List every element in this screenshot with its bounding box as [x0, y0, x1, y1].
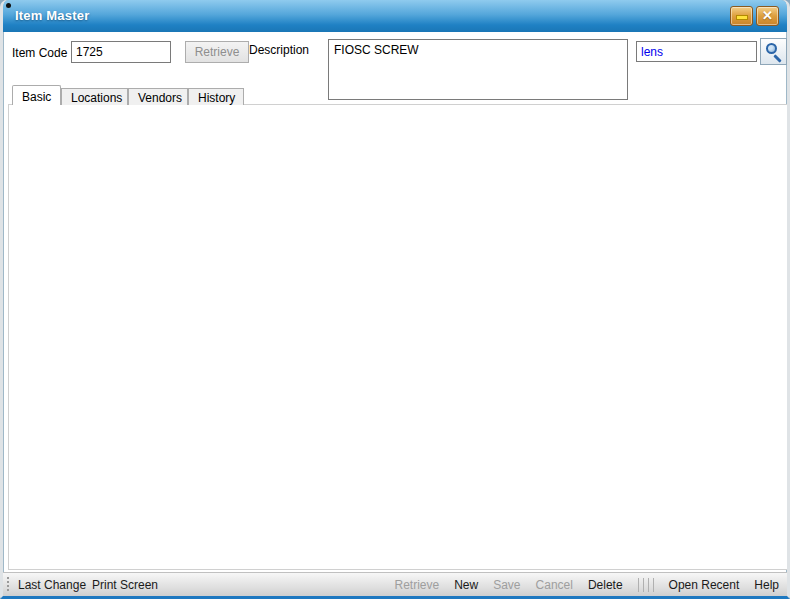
item-master-window: Item Master ✕ Item Code Retrieve Descrip… — [0, 0, 790, 599]
minimize-button[interactable] — [730, 6, 753, 26]
window-title: Item Master — [15, 8, 89, 23]
retrieve-action: Retrieve — [394, 578, 439, 592]
print-screen-button[interactable]: Print Screen — [92, 578, 158, 592]
title-bar: Item Master ✕ — [3, 0, 787, 32]
retrieve-button[interactable]: Retrieve — [185, 41, 249, 63]
tab-vendors[interactable]: Vendors — [128, 88, 188, 105]
minimize-icon — [736, 15, 748, 20]
tab-history[interactable]: History — [188, 88, 244, 105]
cancel-action: Cancel — [536, 578, 573, 592]
close-button[interactable]: ✕ — [756, 6, 779, 26]
search-button[interactable] — [760, 38, 787, 65]
search-input[interactable] — [636, 41, 757, 62]
delete-action[interactable]: Delete — [588, 578, 623, 592]
save-action: Save — [493, 578, 520, 592]
tab-locations[interactable]: Locations — [61, 88, 128, 105]
item-code-input[interactable] — [71, 41, 171, 63]
tab-basic[interactable]: Basic — [12, 85, 61, 105]
new-action[interactable]: New — [454, 578, 478, 592]
grip-handle-icon — [6, 576, 11, 593]
description-label: Description — [249, 43, 309, 57]
item-code-label: Item Code — [12, 46, 67, 60]
description-textarea[interactable]: FIOSC SCREW — [328, 39, 628, 100]
last-change-button[interactable]: Last Change — [18, 578, 86, 592]
close-icon: ✕ — [757, 8, 778, 23]
tab-page-basic — [8, 104, 788, 570]
status-bar: Last Change Print Screen Retrieve New Sa… — [3, 572, 787, 596]
open-recent-action[interactable]: Open Recent — [669, 578, 740, 592]
separator-bars — [638, 578, 654, 592]
help-action[interactable]: Help — [754, 578, 779, 592]
